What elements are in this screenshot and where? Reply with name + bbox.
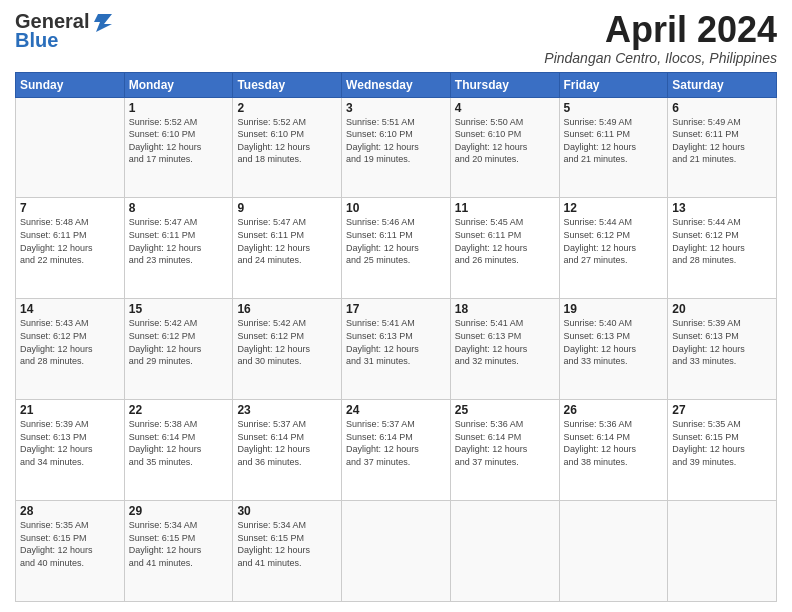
calendar-cell: 23Sunrise: 5:37 AMSunset: 6:14 PMDayligh… xyxy=(233,400,342,501)
day-number: 11 xyxy=(455,201,555,215)
calendar-week-2: 7Sunrise: 5:48 AMSunset: 6:11 PMDaylight… xyxy=(16,198,777,299)
calendar-cell: 10Sunrise: 5:46 AMSunset: 6:11 PMDayligh… xyxy=(342,198,451,299)
calendar-cell: 29Sunrise: 5:34 AMSunset: 6:15 PMDayligh… xyxy=(124,501,233,602)
header-tuesday: Tuesday xyxy=(233,72,342,97)
day-number: 28 xyxy=(20,504,120,518)
calendar-cell: 24Sunrise: 5:37 AMSunset: 6:14 PMDayligh… xyxy=(342,400,451,501)
day-number: 20 xyxy=(672,302,772,316)
logo-icon xyxy=(90,12,112,32)
calendar-cell: 15Sunrise: 5:42 AMSunset: 6:12 PMDayligh… xyxy=(124,299,233,400)
page: General Blue April 2024 Pindangan Centro… xyxy=(0,0,792,612)
day-number: 3 xyxy=(346,101,446,115)
day-info: Sunrise: 5:47 AMSunset: 6:11 PMDaylight:… xyxy=(129,216,229,266)
calendar-cell: 16Sunrise: 5:42 AMSunset: 6:12 PMDayligh… xyxy=(233,299,342,400)
day-info: Sunrise: 5:36 AMSunset: 6:14 PMDaylight:… xyxy=(455,418,555,468)
calendar-cell: 13Sunrise: 5:44 AMSunset: 6:12 PMDayligh… xyxy=(668,198,777,299)
header-sunday: Sunday xyxy=(16,72,125,97)
calendar-week-5: 28Sunrise: 5:35 AMSunset: 6:15 PMDayligh… xyxy=(16,501,777,602)
day-info: Sunrise: 5:48 AMSunset: 6:11 PMDaylight:… xyxy=(20,216,120,266)
day-number: 13 xyxy=(672,201,772,215)
logo-blue: Blue xyxy=(15,29,58,52)
day-number: 27 xyxy=(672,403,772,417)
location: Pindangan Centro, Ilocos, Philippines xyxy=(544,50,777,66)
calendar-cell: 28Sunrise: 5:35 AMSunset: 6:15 PMDayligh… xyxy=(16,501,125,602)
day-info: Sunrise: 5:37 AMSunset: 6:14 PMDaylight:… xyxy=(237,418,337,468)
day-info: Sunrise: 5:35 AMSunset: 6:15 PMDaylight:… xyxy=(672,418,772,468)
day-number: 29 xyxy=(129,504,229,518)
header-wednesday: Wednesday xyxy=(342,72,451,97)
day-info: Sunrise: 5:40 AMSunset: 6:13 PMDaylight:… xyxy=(564,317,664,367)
calendar-cell xyxy=(668,501,777,602)
day-number: 5 xyxy=(564,101,664,115)
day-info: Sunrise: 5:49 AMSunset: 6:11 PMDaylight:… xyxy=(672,116,772,166)
calendar-cell xyxy=(342,501,451,602)
day-info: Sunrise: 5:42 AMSunset: 6:12 PMDaylight:… xyxy=(129,317,229,367)
calendar-cell: 2Sunrise: 5:52 AMSunset: 6:10 PMDaylight… xyxy=(233,97,342,198)
calendar-cell: 27Sunrise: 5:35 AMSunset: 6:15 PMDayligh… xyxy=(668,400,777,501)
day-info: Sunrise: 5:43 AMSunset: 6:12 PMDaylight:… xyxy=(20,317,120,367)
day-number: 7 xyxy=(20,201,120,215)
header-thursday: Thursday xyxy=(450,72,559,97)
day-info: Sunrise: 5:44 AMSunset: 6:12 PMDaylight:… xyxy=(672,216,772,266)
day-info: Sunrise: 5:46 AMSunset: 6:11 PMDaylight:… xyxy=(346,216,446,266)
calendar-cell: 3Sunrise: 5:51 AMSunset: 6:10 PMDaylight… xyxy=(342,97,451,198)
day-number: 1 xyxy=(129,101,229,115)
day-info: Sunrise: 5:52 AMSunset: 6:10 PMDaylight:… xyxy=(237,116,337,166)
day-number: 8 xyxy=(129,201,229,215)
day-number: 26 xyxy=(564,403,664,417)
day-number: 30 xyxy=(237,504,337,518)
calendar-cell: 9Sunrise: 5:47 AMSunset: 6:11 PMDaylight… xyxy=(233,198,342,299)
day-number: 2 xyxy=(237,101,337,115)
calendar-cell: 1Sunrise: 5:52 AMSunset: 6:10 PMDaylight… xyxy=(124,97,233,198)
calendar-cell: 8Sunrise: 5:47 AMSunset: 6:11 PMDaylight… xyxy=(124,198,233,299)
day-info: Sunrise: 5:38 AMSunset: 6:14 PMDaylight:… xyxy=(129,418,229,468)
day-number: 15 xyxy=(129,302,229,316)
calendar-cell: 18Sunrise: 5:41 AMSunset: 6:13 PMDayligh… xyxy=(450,299,559,400)
calendar-header-row: SundayMondayTuesdayWednesdayThursdayFrid… xyxy=(16,72,777,97)
calendar-cell xyxy=(559,501,668,602)
title-block: April 2024 Pindangan Centro, Ilocos, Phi… xyxy=(544,10,777,66)
day-info: Sunrise: 5:52 AMSunset: 6:10 PMDaylight:… xyxy=(129,116,229,166)
calendar-cell: 26Sunrise: 5:36 AMSunset: 6:14 PMDayligh… xyxy=(559,400,668,501)
day-number: 18 xyxy=(455,302,555,316)
calendar-cell: 25Sunrise: 5:36 AMSunset: 6:14 PMDayligh… xyxy=(450,400,559,501)
calendar-cell: 6Sunrise: 5:49 AMSunset: 6:11 PMDaylight… xyxy=(668,97,777,198)
calendar-cell: 30Sunrise: 5:34 AMSunset: 6:15 PMDayligh… xyxy=(233,501,342,602)
calendar-week-4: 21Sunrise: 5:39 AMSunset: 6:13 PMDayligh… xyxy=(16,400,777,501)
calendar-cell: 17Sunrise: 5:41 AMSunset: 6:13 PMDayligh… xyxy=(342,299,451,400)
calendar-cell: 20Sunrise: 5:39 AMSunset: 6:13 PMDayligh… xyxy=(668,299,777,400)
calendar-cell: 12Sunrise: 5:44 AMSunset: 6:12 PMDayligh… xyxy=(559,198,668,299)
calendar-cell xyxy=(450,501,559,602)
day-info: Sunrise: 5:42 AMSunset: 6:12 PMDaylight:… xyxy=(237,317,337,367)
day-number: 14 xyxy=(20,302,120,316)
day-number: 22 xyxy=(129,403,229,417)
header: General Blue April 2024 Pindangan Centro… xyxy=(15,10,777,66)
day-number: 24 xyxy=(346,403,446,417)
header-monday: Monday xyxy=(124,72,233,97)
header-friday: Friday xyxy=(559,72,668,97)
month-title: April 2024 xyxy=(544,10,777,50)
day-info: Sunrise: 5:51 AMSunset: 6:10 PMDaylight:… xyxy=(346,116,446,166)
calendar-cell: 4Sunrise: 5:50 AMSunset: 6:10 PMDaylight… xyxy=(450,97,559,198)
calendar-cell: 14Sunrise: 5:43 AMSunset: 6:12 PMDayligh… xyxy=(16,299,125,400)
day-number: 17 xyxy=(346,302,446,316)
day-info: Sunrise: 5:41 AMSunset: 6:13 PMDaylight:… xyxy=(455,317,555,367)
day-number: 10 xyxy=(346,201,446,215)
day-number: 23 xyxy=(237,403,337,417)
day-info: Sunrise: 5:39 AMSunset: 6:13 PMDaylight:… xyxy=(672,317,772,367)
day-number: 9 xyxy=(237,201,337,215)
day-info: Sunrise: 5:37 AMSunset: 6:14 PMDaylight:… xyxy=(346,418,446,468)
day-info: Sunrise: 5:41 AMSunset: 6:13 PMDaylight:… xyxy=(346,317,446,367)
day-info: Sunrise: 5:34 AMSunset: 6:15 PMDaylight:… xyxy=(237,519,337,569)
day-info: Sunrise: 5:50 AMSunset: 6:10 PMDaylight:… xyxy=(455,116,555,166)
svg-marker-0 xyxy=(94,14,112,32)
day-number: 12 xyxy=(564,201,664,215)
calendar-week-3: 14Sunrise: 5:43 AMSunset: 6:12 PMDayligh… xyxy=(16,299,777,400)
calendar-cell: 21Sunrise: 5:39 AMSunset: 6:13 PMDayligh… xyxy=(16,400,125,501)
calendar-cell: 5Sunrise: 5:49 AMSunset: 6:11 PMDaylight… xyxy=(559,97,668,198)
calendar-week-1: 1Sunrise: 5:52 AMSunset: 6:10 PMDaylight… xyxy=(16,97,777,198)
day-info: Sunrise: 5:36 AMSunset: 6:14 PMDaylight:… xyxy=(564,418,664,468)
calendar-cell: 11Sunrise: 5:45 AMSunset: 6:11 PMDayligh… xyxy=(450,198,559,299)
calendar-cell: 19Sunrise: 5:40 AMSunset: 6:13 PMDayligh… xyxy=(559,299,668,400)
day-info: Sunrise: 5:35 AMSunset: 6:15 PMDaylight:… xyxy=(20,519,120,569)
